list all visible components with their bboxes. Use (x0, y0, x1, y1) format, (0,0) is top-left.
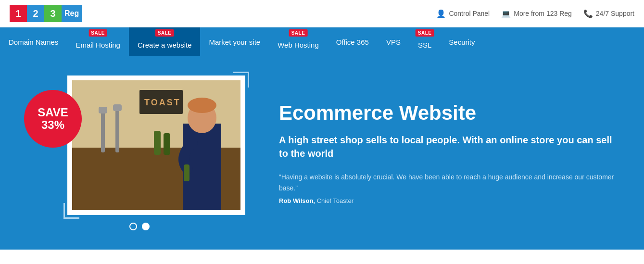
svg-text:TOAST: TOAST (144, 98, 181, 107)
nav-office365[interactable]: Office 365 (328, 27, 378, 56)
hero-attribution: Rob Wilson, Chief Toaster (279, 197, 615, 204)
carousel-dots (29, 223, 250, 230)
save-pct: 33% (41, 119, 64, 131)
monitor-icon: 💻 (501, 9, 511, 18)
hero-right: Ecommerce Website A high street shop sel… (279, 101, 615, 204)
hero-left: SAVE 33% (29, 75, 250, 230)
svg-rect-9 (154, 131, 161, 155)
logo[interactable]: 1 2 3 Reg (10, 5, 82, 22)
nav-market-site[interactable]: Market your site (200, 27, 269, 56)
nav-ssl[interactable]: SALE SSL (409, 27, 440, 56)
nav-label-ssl: SSL (418, 41, 431, 49)
nav-label-security: Security (449, 38, 475, 46)
nav-label-domain-names: Domain Names (9, 38, 58, 46)
nav-security[interactable]: Security (440, 27, 483, 56)
nav-vps[interactable]: VPS (378, 27, 409, 56)
sale-badge-ssl: SALE (416, 29, 434, 37)
nav-web-hosting[interactable]: SALE Web Hosting (269, 27, 328, 56)
nav-label-vps: VPS (386, 38, 401, 46)
top-bar: 1 2 3 Reg 👤 Control Panel 💻 More from 12… (0, 0, 644, 27)
nav-email-hosting[interactable]: SALE Email Hosting (67, 27, 129, 56)
top-nav: 👤 Control Panel 💻 More from 123 Reg 📞 24… (436, 9, 634, 18)
more-from-link[interactable]: 💻 More from 123 Reg (501, 9, 572, 18)
sale-badge-create: SALE (155, 29, 174, 37)
svg-rect-4 (99, 107, 107, 113)
nav-label-office365: Office 365 (336, 38, 369, 46)
hero-image-frame: TOAST (67, 75, 245, 215)
control-panel-label: Control Panel (449, 10, 490, 17)
logo-2: 2 (27, 5, 44, 22)
carousel-dot-1[interactable] (129, 223, 137, 230)
sale-badge-web: SALE (289, 29, 308, 37)
svg-rect-5 (115, 107, 119, 152)
nav-label-email-hosting: Email Hosting (76, 41, 120, 49)
svg-rect-3 (101, 109, 105, 152)
svg-rect-6 (113, 104, 122, 111)
svg-rect-14 (184, 164, 189, 181)
hero-subtitle: A high street shop sells to local people… (279, 133, 615, 160)
nav-label-web-hosting: Web Hosting (278, 41, 319, 49)
nav-label-market-site: Market your site (209, 38, 260, 46)
phone-icon: 📞 (583, 9, 593, 18)
svg-point-13 (188, 98, 216, 113)
nav-label-create-website: Create a website (138, 41, 192, 49)
hero-image: TOAST (72, 80, 240, 210)
nav-domain-names[interactable]: Domain Names (0, 27, 67, 56)
hero-illustration: TOAST (72, 80, 240, 210)
attribution-role: Chief Toaster (317, 197, 354, 204)
hero-section: SAVE 33% (0, 56, 644, 250)
save-text: SAVE (38, 106, 68, 119)
hero-title: Ecommerce Website (279, 101, 615, 125)
sale-badge-email: SALE (88, 29, 107, 37)
nav-create-website[interactable]: SALE Create a website (129, 27, 201, 56)
logo-3: 3 (44, 5, 62, 22)
logo-1: 1 (10, 5, 27, 22)
support-link[interactable]: 📞 24/7 Support (583, 9, 634, 18)
carousel-dot-2[interactable] (142, 223, 150, 230)
support-label: 24/7 Support (596, 10, 634, 17)
save-badge: SAVE 33% (24, 90, 82, 148)
attribution-name: Rob Wilson, (279, 197, 315, 204)
logo-reg: Reg (62, 5, 82, 22)
person-icon: 👤 (436, 9, 446, 18)
more-from-label: More from 123 Reg (514, 10, 572, 17)
hero-quote: “Having a website is absolutely crucial.… (279, 172, 615, 193)
control-panel-link[interactable]: 👤 Control Panel (436, 9, 490, 18)
svg-rect-10 (164, 133, 170, 155)
main-nav: Domain Names SALE Email Hosting SALE Cre… (0, 27, 644, 56)
